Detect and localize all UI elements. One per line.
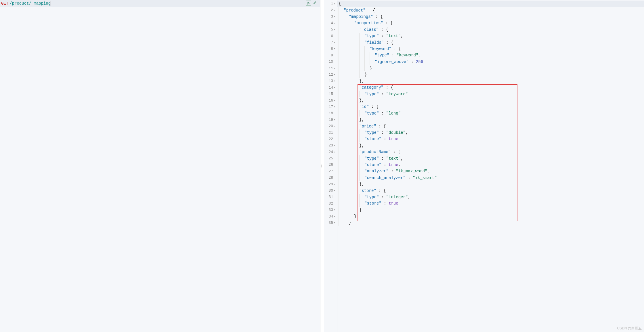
- code-line[interactable]: },: [337, 78, 644, 84]
- fold-icon[interactable]: ▾: [334, 183, 336, 186]
- indent-guide: [344, 129, 349, 136]
- token-key: "keyword": [370, 47, 391, 51]
- code-line[interactable]: "type" : "keyword": [337, 91, 644, 97]
- code-line[interactable]: }: [337, 213, 644, 220]
- code-line[interactable]: }: [337, 220, 644, 226]
- fold-icon[interactable]: ▾: [334, 189, 336, 192]
- token-punct: },: [359, 143, 364, 148]
- fold-icon[interactable]: ▾: [334, 22, 336, 25]
- indent-guide: [370, 59, 375, 65]
- code-line[interactable]: },: [337, 181, 644, 187]
- code-line[interactable]: "type" : "text",: [337, 33, 644, 39]
- line-number: 2▾: [324, 7, 337, 13]
- indent-guide: [349, 71, 354, 78]
- code-line[interactable]: {: [337, 1, 644, 7]
- indent-guide: [354, 97, 359, 104]
- code-line[interactable]: "id" : {: [337, 104, 644, 110]
- fold-icon[interactable]: ▾: [334, 47, 336, 50]
- fold-icon[interactable]: ▾: [334, 150, 336, 154]
- indent-guide: [354, 207, 359, 213]
- line-number: 24▾: [324, 149, 337, 155]
- fold-icon[interactable]: ▾: [334, 9, 336, 12]
- fold-icon[interactable]: ▾: [334, 67, 336, 70]
- code-line[interactable]: "product" : {: [337, 7, 644, 13]
- indent-guide: [349, 194, 354, 200]
- code-line[interactable]: "store" : {: [337, 187, 644, 194]
- fold-icon[interactable]: ▾: [334, 99, 336, 102]
- indent-guide: [349, 117, 354, 123]
- fold-icon[interactable]: ▾: [334, 15, 336, 18]
- fold-icon[interactable]: ▾: [334, 215, 336, 218]
- code-line[interactable]: "type" : "double",: [337, 129, 644, 136]
- code-line[interactable]: "mappings" : {: [337, 14, 644, 20]
- code-line[interactable]: "category" : {: [337, 84, 644, 91]
- indent-guide: [349, 59, 354, 65]
- code-line[interactable]: "analyzer" : "ik_max_word",: [337, 168, 644, 174]
- indent-guide: [339, 7, 344, 13]
- fold-icon[interactable]: ▾: [334, 221, 336, 224]
- request-line[interactable]: GET /product/_mapping: [0, 0, 320, 7]
- indent-guide: [344, 91, 349, 97]
- fold-icon[interactable]: ▾: [334, 125, 336, 128]
- token-punct: }: [364, 72, 367, 77]
- indent-guide: [349, 213, 354, 220]
- indent-guide: [354, 194, 359, 200]
- indent-guide: [354, 91, 359, 97]
- fold-icon[interactable]: ▾: [334, 144, 336, 147]
- code-line[interactable]: "keyword" : {: [337, 46, 644, 52]
- indent-guide: [359, 33, 364, 39]
- code-line[interactable]: "type" : "integer",: [337, 194, 644, 200]
- code-line[interactable]: "store" : true: [337, 200, 644, 207]
- line-number: 31: [324, 194, 337, 200]
- fold-icon[interactable]: ▾: [334, 105, 336, 108]
- token-punct: :: [389, 169, 396, 173]
- code-line[interactable]: "type" : "long": [337, 110, 644, 117]
- token-boolean: true: [389, 137, 398, 141]
- code-line[interactable]: "fields" : {: [337, 39, 644, 45]
- code-line[interactable]: },: [337, 142, 644, 149]
- fold-icon[interactable]: ▾: [334, 41, 336, 44]
- indent-guide: [354, 200, 359, 207]
- response-code[interactable]: {"product" : {"mappings" : {"properties"…: [337, 0, 644, 332]
- code-line[interactable]: }: [337, 71, 644, 78]
- indent-guide: [349, 200, 354, 207]
- indent-guide: [344, 20, 349, 26]
- code-line[interactable]: "type" : "keyword",: [337, 52, 644, 58]
- token-punct: : {: [383, 85, 393, 90]
- fold-icon[interactable]: ▾: [334, 28, 336, 31]
- fold-icon[interactable]: ▾: [334, 208, 336, 211]
- run-icon[interactable]: [306, 1, 311, 6]
- panel-divider[interactable]: ||: [320, 0, 324, 332]
- fold-icon[interactable]: ▾: [334, 118, 336, 121]
- code-line[interactable]: },: [337, 117, 644, 123]
- indent-guide: [339, 14, 344, 20]
- fold-icon[interactable]: ▾: [334, 79, 336, 83]
- code-line[interactable]: "price" : {: [337, 123, 644, 129]
- indent-guide: [354, 78, 359, 84]
- indent-guide: [349, 181, 354, 187]
- code-line[interactable]: },: [337, 97, 644, 104]
- code-line[interactable]: "ignore_above" : 256: [337, 59, 644, 65]
- fold-icon[interactable]: ▾: [334, 73, 336, 76]
- code-line[interactable]: "store" : true: [337, 136, 644, 142]
- code-line[interactable]: "type" : "text",: [337, 155, 644, 161]
- token-string: "keyword": [386, 92, 408, 96]
- code-line[interactable]: "properties" : {: [337, 20, 644, 26]
- wrench-icon[interactable]: [312, 1, 318, 6]
- token-key: "mappings": [349, 14, 373, 19]
- indent-guide: [344, 59, 349, 65]
- code-line[interactable]: "search_analyzer" : "ik_smart": [337, 175, 644, 181]
- token-key: "_class": [359, 27, 379, 32]
- fold-icon[interactable]: ▾: [334, 2, 336, 5]
- code-line[interactable]: "store" : true,: [337, 162, 644, 168]
- line-number: 12▾: [324, 71, 337, 78]
- fold-icon[interactable]: ▾: [334, 86, 336, 89]
- token-punct: {: [339, 1, 341, 6]
- code-line[interactable]: }: [337, 65, 644, 71]
- code-line[interactable]: }: [337, 207, 644, 213]
- code-line[interactable]: "_class" : {: [337, 26, 644, 33]
- indent-guide: [354, 129, 359, 136]
- token-punct: }: [370, 66, 372, 70]
- code-line[interactable]: "productName" : {: [337, 149, 644, 155]
- line-number: 6: [324, 33, 337, 39]
